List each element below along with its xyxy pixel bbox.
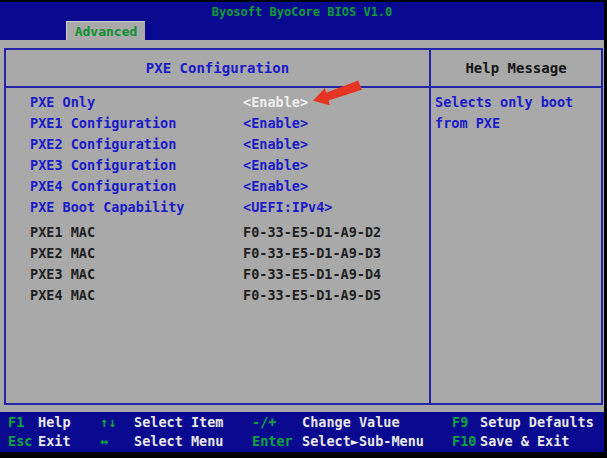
main-area: PXE Configuration PXE Only <Enable> PXE1… xyxy=(0,40,604,412)
setting-label: PXE4 Configuration xyxy=(30,176,176,197)
setting-value[interactable]: <Enable> xyxy=(243,134,308,155)
hotkey-label: Select Menu xyxy=(134,433,223,449)
minus-plus-key-label: -/+ xyxy=(252,413,302,432)
tab-advanced[interactable]: Advanced xyxy=(66,21,145,41)
hotkey-select-item: ↑↓Select Item xyxy=(100,413,223,432)
hotkey-label: Help xyxy=(38,414,71,430)
mac-value: F0-33-E5-D1-A9-D5 xyxy=(243,285,381,306)
mac-row-pxe3: PXE3 MAC F0-33-E5-D1-A9-D4 xyxy=(6,264,429,285)
help-panel: Help Message Selects only boot from PXE xyxy=(429,48,603,405)
hotkey-select-menu: ↔Select Menu xyxy=(100,432,223,451)
title-bar: Byosoft ByoCore BIOS V1.0 Advanced xyxy=(0,2,604,40)
mac-row-pxe2: PXE2 MAC F0-33-E5-D1-A9-D3 xyxy=(6,243,429,264)
setting-row-pxe2-configuration[interactable]: PXE2 Configuration <Enable> xyxy=(6,134,429,155)
mac-label: PXE3 MAC xyxy=(30,264,95,285)
hotkey-setup-defaults: F9Setup Defaults xyxy=(452,413,594,432)
hotkey-select-submenu: EnterSelect►Sub-Menu xyxy=(252,432,424,451)
enter-key-label: Enter xyxy=(252,432,302,451)
hotkey-exit: EscExit xyxy=(8,432,71,451)
f9-key-label: F9 xyxy=(452,413,480,432)
settings-panel: PXE Configuration PXE Only <Enable> PXE1… xyxy=(4,48,431,405)
f1-key-label: F1 xyxy=(8,413,38,432)
mac-value: F0-33-E5-D1-A9-D2 xyxy=(243,222,381,243)
mac-label: PXE4 MAC xyxy=(30,285,95,306)
setting-value[interactable]: <UEFI:IPv4> xyxy=(243,197,332,218)
bios-title: Byosoft ByoCore BIOS V1.0 xyxy=(0,5,604,19)
leftright-arrows-icon: ↔ xyxy=(100,432,134,451)
hotkey-label: Select►Sub-Menu xyxy=(302,433,424,449)
setting-row-pxe4-configuration[interactable]: PXE4 Configuration <Enable> xyxy=(6,176,429,197)
mac-address-list: PXE1 MAC F0-33-E5-D1-A9-D2 PXE2 MAC F0-3… xyxy=(6,222,429,306)
mac-value: F0-33-E5-D1-A9-D4 xyxy=(243,264,381,285)
hotkey-label: Select Item xyxy=(134,414,223,430)
help-panel-heading: Help Message xyxy=(431,50,601,88)
mac-label: PXE2 MAC xyxy=(30,243,95,264)
hotkey-row-2: EscExit ↔Select Menu EnterSelect►Sub-Men… xyxy=(0,432,604,451)
setting-row-pxe-boot-capability[interactable]: PXE Boot Capability <UEFI:IPv4> xyxy=(6,197,429,218)
setting-label: PXE Only xyxy=(30,92,95,113)
setting-row-pxe1-configuration[interactable]: PXE1 Configuration <Enable> xyxy=(6,113,429,134)
hotkey-label: Save & Exit xyxy=(480,433,569,449)
hotkey-row-1: F1Help ↑↓Select Item -/+Change Value F9S… xyxy=(0,413,604,432)
hotkey-help: F1Help xyxy=(8,413,71,432)
bios-screen: Byosoft ByoCore BIOS V1.0 Advanced PXE C… xyxy=(0,0,607,458)
setting-value[interactable]: <Enable> xyxy=(243,113,308,134)
setting-row-pxe-only[interactable]: PXE Only <Enable> xyxy=(6,92,429,113)
mac-row-pxe1: PXE1 MAC F0-33-E5-D1-A9-D2 xyxy=(6,222,429,243)
settings-panel-heading: PXE Configuration xyxy=(6,50,429,88)
mac-value: F0-33-E5-D1-A9-D3 xyxy=(243,243,381,264)
help-text: Selects only boot from PXE xyxy=(435,92,593,134)
setting-label: PXE3 Configuration xyxy=(30,155,176,176)
f10-key-label: F10 xyxy=(452,432,480,451)
setting-label: PXE Boot Capability xyxy=(30,197,184,218)
hotkey-change-value: -/+Change Value xyxy=(252,413,400,432)
setting-value[interactable]: <Enable> xyxy=(243,176,308,197)
mac-label: PXE1 MAC xyxy=(30,222,95,243)
hotkey-save-exit: F10Save & Exit xyxy=(452,432,569,451)
hotkey-legend: F1Help ↑↓Select Item -/+Change Value F9S… xyxy=(0,412,604,452)
updown-arrows-icon: ↑↓ xyxy=(100,413,134,432)
hotkey-label: Exit xyxy=(38,433,71,449)
setting-value[interactable]: <Enable> xyxy=(243,155,308,176)
setting-label: PXE1 Configuration xyxy=(30,113,176,134)
mac-row-pxe4: PXE4 MAC F0-33-E5-D1-A9-D5 xyxy=(6,285,429,306)
esc-key-label: Esc xyxy=(8,432,38,451)
settings-list: PXE Only <Enable> PXE1 Configuration <En… xyxy=(6,92,429,218)
hotkey-label: Change Value xyxy=(302,414,400,430)
hotkey-label: Setup Defaults xyxy=(480,414,594,430)
setting-value[interactable]: <Enable> xyxy=(243,92,308,113)
setting-label: PXE2 Configuration xyxy=(30,134,176,155)
setting-row-pxe3-configuration[interactable]: PXE3 Configuration <Enable> xyxy=(6,155,429,176)
